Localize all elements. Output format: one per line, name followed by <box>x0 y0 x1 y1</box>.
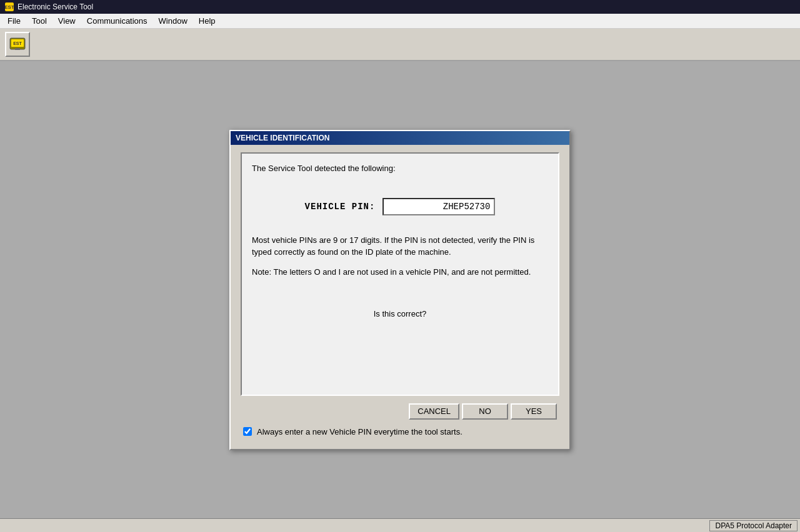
dialog-title: VEHICLE IDENTIFICATION <box>236 134 329 142</box>
main-area: VEHICLE IDENTIFICATION The Service Tool … <box>0 61 800 518</box>
content-panel: The Service Tool detected the following:… <box>241 152 559 396</box>
cancel-button[interactable]: CANCEL <box>409 403 459 420</box>
status-bar: DPA5 Protocol Adapter <box>0 518 800 532</box>
est-icon: EST <box>9 36 26 53</box>
vehicle-pin-input[interactable] <box>382 198 495 215</box>
checkbox-row: Always enter a new Vehicle PIN everytime… <box>241 427 559 441</box>
pin-label: VEHICLE PIN: <box>305 202 376 212</box>
no-button[interactable]: NO <box>462 403 508 420</box>
app-title: Electronic Service Tool <box>18 2 93 11</box>
menu-file[interactable]: File <box>2 15 26 27</box>
vehicle-identification-dialog: VEHICLE IDENTIFICATION The Service Tool … <box>229 130 571 450</box>
menu-help[interactable]: Help <box>194 15 221 27</box>
buttons-row: CANCEL NO YES <box>241 403 559 420</box>
pin-row: VEHICLE PIN: <box>252 198 548 215</box>
always-enter-pin-checkbox[interactable] <box>243 427 252 436</box>
dialog-overlay: VEHICLE IDENTIFICATION The Service Tool … <box>0 61 800 518</box>
dialog-body: The Service Tool detected the following:… <box>231 145 569 449</box>
correct-question: Is this correct? <box>252 309 548 318</box>
yes-button[interactable]: YES <box>511 403 557 420</box>
protocol-status: DPA5 Protocol Adapter <box>709 520 798 531</box>
dialog-title-bar: VEHICLE IDENTIFICATION <box>231 131 569 145</box>
always-enter-pin-label[interactable]: Always enter a new Vehicle PIN everytime… <box>257 427 462 436</box>
est-toolbar-button[interactable]: EST <box>5 32 30 57</box>
menu-tool[interactable]: Tool <box>27 15 52 27</box>
menu-window[interactable]: Window <box>154 15 192 27</box>
menu-bar: File Tool View Communications Window Hel… <box>0 14 800 29</box>
menu-view[interactable]: View <box>53 15 81 27</box>
detected-text: The Service Tool detected the following: <box>252 164 548 173</box>
toolbar: EST <box>0 29 800 61</box>
svg-text:EST: EST <box>13 41 22 46</box>
info-text-2: Note: The letters O and I are not used i… <box>252 266 548 278</box>
title-bar: EST Electronic Service Tool <box>0 0 800 14</box>
app-icon: EST <box>5 2 14 11</box>
menu-communications[interactable]: Communications <box>82 15 152 27</box>
svg-rect-3 <box>15 48 20 50</box>
info-text-1: Most vehicle PINs are 9 or 17 digits. If… <box>252 234 548 259</box>
